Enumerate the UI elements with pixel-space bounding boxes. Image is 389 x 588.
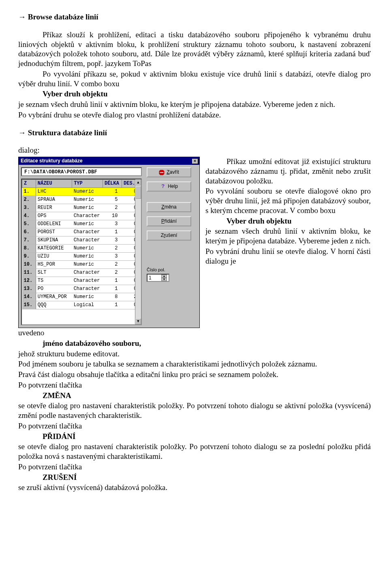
table-cell: Numeric: [72, 188, 103, 196]
para-browse-1: Příkaz slouží k prohlížení, editaci a ti…: [18, 30, 371, 68]
table-row[interactable]: 10.HS_PORNumeric20: [22, 261, 141, 269]
table-cell: Numeric: [72, 293, 103, 301]
close-icon[interactable]: ×: [192, 158, 198, 164]
table-cell: LHC: [36, 188, 72, 196]
table-cell: TS: [36, 277, 72, 285]
dialog-title-text: Editace struktury databáze: [21, 158, 83, 164]
table-row[interactable]: 11.SLTCharacter20: [22, 269, 141, 277]
table-cell: Character: [72, 269, 103, 277]
table-cell: Numeric: [72, 245, 103, 253]
rt-p1: Příkaz umožní editovat již existující st…: [205, 157, 371, 185]
col-z: Z: [22, 180, 36, 188]
table-cell: 10.: [22, 261, 36, 269]
table-cell: Logical: [72, 301, 103, 309]
table-row[interactable]: 3.REUIRNumeric20: [22, 204, 141, 212]
scroll-down-icon[interactable]: ▼: [135, 318, 141, 324]
zmena-button-label: Změna: [161, 204, 176, 210]
rt-p5: Po vybrání druhu linií se otevře dialog.…: [205, 247, 371, 266]
b-jehoz: jehož strukturu budeme editovat.: [18, 349, 371, 359]
table-cell: 13.: [22, 285, 36, 293]
table-cell: 5.: [22, 220, 36, 228]
b-pridani-bold: PŘIDÁNÍ: [43, 432, 371, 441]
table-cell: 1: [103, 301, 122, 309]
zmena-button[interactable]: Změna: [147, 202, 191, 212]
col-nazev: NÁZEU: [36, 180, 72, 188]
dialog-label: dialog:: [18, 145, 371, 155]
table-scrollbar[interactable]: ▲ ▼: [135, 179, 141, 324]
zruseni-button[interactable]: Zrušení: [147, 230, 191, 241]
col-typ: TYP: [72, 180, 103, 188]
table-row[interactable]: 12.TSCharacter10: [22, 277, 141, 285]
table-cell: 8.: [22, 245, 36, 253]
table-cell: Numeric: [72, 196, 103, 204]
table-row[interactable]: 14.UYMERA_PORNumeric82: [22, 293, 141, 301]
table-row[interactable]: 5.ODDELENINumeric30: [22, 220, 141, 228]
table-row[interactable]: 1.LHCNumeric10: [22, 188, 141, 196]
zruseni-button-label: Zrušení: [161, 232, 177, 239]
help-icon: ?: [160, 184, 166, 190]
table-cell: Character: [72, 212, 103, 220]
table-cell: ODDELENI: [36, 220, 72, 228]
stop-icon: [159, 170, 165, 175]
spin-down-icon[interactable]: ▼: [161, 278, 167, 281]
close-button-label: Zavřít: [167, 169, 179, 175]
rt-p3-bold: Vyber druh objektu: [227, 216, 371, 226]
b-pot-2: Po potvrzení tlačítka: [18, 421, 371, 431]
help-button[interactable]: ? Help: [147, 181, 191, 192]
para-browse-2: Po vyvolání příkazu se, pokud v aktivním…: [18, 69, 371, 89]
b-uvedeno: uvedeno: [18, 328, 371, 338]
para-browse-5: Po vybrání druhu se otevře dialog pro vl…: [18, 110, 371, 120]
table-cell: 11.: [22, 269, 36, 277]
rt-p4: je seznam všech druhů linií v aktivním b…: [205, 226, 371, 246]
table-cell: Character: [72, 285, 103, 293]
table-cell: 2: [103, 261, 122, 269]
table-row[interactable]: 4.OPSCharacter100: [22, 212, 141, 220]
table-cell: 1: [103, 188, 122, 196]
b-jmeno-bold: jméno databázového souboru,: [43, 339, 371, 348]
table-cell: 1: [103, 277, 122, 285]
b-pridani-txt: se otevře dialog pro nastavení charakter…: [18, 442, 371, 461]
table-cell: Numeric: [72, 253, 103, 261]
table-cell: 10: [103, 212, 122, 220]
cislo-pol-spinner[interactable]: ▲ ▼: [147, 274, 169, 282]
spin-up-icon[interactable]: ▲: [161, 275, 167, 278]
table-cell: SKUPINA: [36, 236, 72, 245]
table-cell: KATEGORIE: [36, 245, 72, 253]
b-prava: Pravá část dialogu obsahuje tlačítka a e…: [18, 370, 371, 379]
table-cell: 9.: [22, 253, 36, 261]
table-cell: Numeric: [72, 204, 103, 212]
table-cell: Numeric: [72, 261, 103, 269]
table-row[interactable]: 9.UZIUNumeric30: [22, 253, 141, 261]
dialog-editace-struktury: Editace struktury databáze × F:\DATA\OBO…: [18, 157, 200, 328]
dialog-titlebar: Editace struktury databáze ×: [19, 157, 199, 165]
table-cell: PO: [36, 285, 72, 293]
table-cell: UYMERA_POR: [36, 293, 72, 301]
table-row[interactable]: 13.POCharacter10: [22, 285, 141, 293]
help-button-label: Help: [168, 183, 178, 190]
table-row[interactable]: 15.QQQLogical10: [22, 301, 141, 309]
table-cell: Numeric: [72, 220, 103, 228]
table-cell: Character: [72, 277, 103, 285]
rt-p2: Po vyvolání souboru se otevře dialogové …: [205, 186, 371, 215]
b-pot-1: Po potvrzení tlačítka: [18, 380, 371, 390]
close-button[interactable]: Zavřít: [147, 167, 191, 177]
table-row[interactable]: 2.SPRAUANumeric50: [22, 196, 141, 204]
heading-browse: → Browse databáze linií: [18, 12, 371, 22]
cislo-pol-input[interactable]: [147, 275, 161, 281]
col-delka: DÉLKA: [103, 180, 122, 188]
para-browse-4: je seznam všech druhů linií v aktivním b…: [18, 100, 371, 109]
pridani-button[interactable]: Přidání: [147, 216, 191, 226]
b-pod: Pod jménem souboru je tabulka se sezname…: [18, 359, 371, 369]
table-cell: 3: [103, 236, 122, 245]
scroll-thumb[interactable]: [135, 186, 141, 199]
b-zmena-txt: se otevře dialog pro nastavení charakter…: [18, 401, 371, 420]
table-cell: 6.: [22, 228, 36, 236]
table-row[interactable]: 6.POROSTCharacter10: [22, 228, 141, 236]
table-row[interactable]: 8.KATEGORIENumeric20: [22, 245, 141, 253]
scroll-up-icon[interactable]: ▲: [135, 179, 141, 185]
table-cell: SPRAUA: [36, 196, 72, 204]
fields-table[interactable]: Z NÁZEU TYP DÉLKA DES.M 1.LHCNumeric102.…: [21, 179, 142, 325]
table-row[interactable]: 7.SKUPINACharacter30: [22, 236, 141, 245]
table-cell: 15.: [22, 301, 36, 309]
pridani-button-label: Přidání: [161, 218, 177, 224]
